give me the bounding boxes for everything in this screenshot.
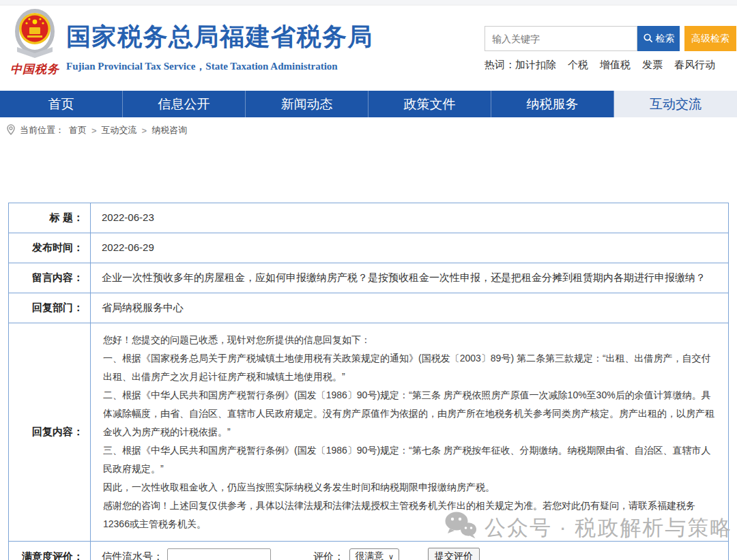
site-logo[interactable]: 中国税务	[4, 8, 66, 77]
nav-tab-tax-service[interactable]: 纳税服务	[491, 91, 614, 117]
hot-word-link[interactable]: 增值税	[600, 59, 631, 72]
search-input[interactable]	[485, 26, 637, 51]
row-label: 发布时间：	[9, 233, 91, 263]
table-row-reply-department: 回复部门： 省局纳税服务中心	[9, 293, 728, 323]
serial-number-input[interactable]	[167, 548, 271, 560]
national-emblem-icon	[14, 50, 56, 62]
table-row-reply-content: 回复内容： 您好！您提交的问题已收悉，现针对您所提供的信息回复如下： 一、根据《…	[9, 323, 728, 542]
reply-paragraph: 您好！您提交的问题已收悉，现针对您所提供的信息回复如下：	[103, 331, 717, 349]
site-header: 中国税务 国家税务总局福建省税务局 Fujian Provincial Tax …	[0, 5, 737, 91]
hot-words-label: 热词：	[485, 59, 515, 72]
row-label: 回复内容：	[9, 323, 91, 541]
hot-word-link[interactable]: 春风行动	[674, 59, 715, 72]
nav-tab-interaction[interactable]: 互动交流	[614, 91, 737, 117]
reply-paragraph: 因此，一次性收取租金收入，仍应当按照实际纳税义务发生时间和纳税期限申报缴纳房产税…	[103, 478, 717, 497]
nav-tab-info-disclosure[interactable]: 信息公开	[123, 91, 246, 117]
rating-selected-value: 很满意	[355, 550, 384, 560]
search-area: 检索 高级检索 热词： 加计扣除 个税 增值税 发票 春风行动	[485, 26, 737, 72]
row-value-reply-department: 省局纳税服务中心	[91, 293, 728, 323]
top-strip	[0, 0, 737, 5]
site-title: 国家税务总局福建省税务局	[66, 20, 373, 54]
hot-word-link[interactable]: 加计扣除	[515, 59, 556, 72]
breadcrumb-tax-consult[interactable]: 纳税咨询	[151, 124, 187, 136]
row-value-message: 企业一次性预收多年的房屋租金，应如何申报缴纳房产税？是按预收租金一次性申报，还是…	[91, 263, 728, 293]
nav-tab-policy[interactable]: 政策文件	[369, 91, 491, 117]
reply-paragraph: 感谢您的咨询！上述回复仅供参考，具体以法律法规和法律法规授权主管税务机关作出的相…	[103, 497, 717, 533]
row-value-title: 2022-06-23	[91, 203, 728, 233]
nav-tab-home[interactable]: 首页	[0, 91, 123, 117]
table-row-publish-date: 发布时间： 2022-06-29	[9, 233, 728, 263]
advanced-search-button[interactable]: 高级检索	[684, 26, 736, 51]
breadcrumb-separator: >	[142, 126, 147, 136]
site-titles: 国家税务总局福建省税务局 Fujian Provincial Tax Servi…	[66, 20, 373, 73]
reply-paragraph: 一、根据《国家税务总局关于房产税城镇土地使用税有关政策规定的通知》(国税发〔20…	[103, 349, 717, 386]
search-icon	[643, 33, 653, 45]
submit-rating-button[interactable]: 提交评价	[428, 548, 480, 560]
hot-words-row: 热词： 加计扣除 个税 增值税 发票 春风行动	[485, 59, 737, 72]
consultation-detail-table: 标 题： 2022-06-23 发布时间： 2022-06-29 留言内容： 企…	[8, 203, 729, 560]
hot-word-link[interactable]: 个税	[568, 59, 588, 72]
row-label: 满意度评价：	[9, 542, 91, 560]
reply-paragraph: 二、根据《中华人民共和国房产税暂行条例》(国发〔1986〕90号)规定：“第三条…	[103, 386, 717, 441]
chevron-down-icon: ∨	[388, 552, 394, 560]
serial-number-label: 信件流水号：	[102, 550, 163, 560]
breadcrumb-separator: >	[91, 126, 97, 136]
search-button-label: 检索	[656, 33, 675, 45]
breadcrumb-prefix: 当前位置：	[20, 124, 64, 136]
table-row-message: 留言内容： 企业一次性预收多年的房屋租金，应如何申报缴纳房产税？是按预收租金一次…	[9, 263, 728, 293]
row-label: 标 题：	[9, 203, 91, 233]
table-row-satisfaction: 满意度评价： 信件流水号： 评价： 很满意 ∨ 提交评价	[9, 542, 728, 560]
breadcrumb: 当前位置： 首页 > 互动交流 > 纳税咨询	[0, 117, 737, 143]
location-pin-icon	[7, 124, 15, 137]
search-button[interactable]: 检索	[637, 26, 680, 51]
table-row-title: 标 题： 2022-06-23	[9, 203, 728, 233]
row-label: 留言内容：	[9, 263, 91, 293]
row-value-publish-date: 2022-06-29	[91, 233, 728, 263]
breadcrumb-interaction[interactable]: 互动交流	[102, 124, 137, 136]
main-nav: 首页 信息公开 新闻动态 政策文件 纳税服务 互动交流	[0, 91, 737, 117]
satisfaction-form: 信件流水号： 评价： 很满意 ∨ 提交评价	[91, 542, 728, 560]
breadcrumb-home[interactable]: 首页	[69, 124, 87, 136]
rating-select[interactable]: 很满意 ∨	[349, 548, 399, 560]
logo-caption: 中国税务	[4, 61, 66, 77]
row-label: 回复部门：	[9, 293, 91, 323]
nav-tab-news[interactable]: 新闻动态	[246, 91, 369, 117]
reply-paragraph: 三、根据《中华人民共和国房产税暂行条例》(国发〔1986〕90号)规定：“第七条…	[103, 441, 717, 478]
reply-content: 您好！您提交的问题已收悉，现针对您所提供的信息回复如下： 一、根据《国家税务总局…	[91, 323, 728, 541]
rating-label: 评价：	[313, 550, 344, 560]
hot-word-link[interactable]: 发票	[642, 59, 663, 72]
site-subtitle-english: Fujian Provincial Tax Service，State Taxa…	[66, 60, 373, 73]
